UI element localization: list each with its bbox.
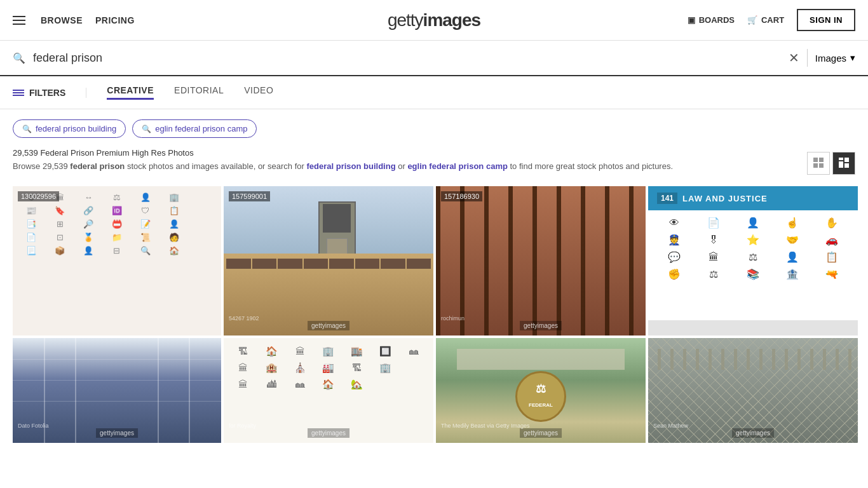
results-count-num: 29,539 [13, 148, 38, 158]
logo-text-part1: getty [388, 10, 423, 30]
image-card-5[interactable]: gettyimages Dato Fotolia [13, 338, 221, 443]
law-icon-9: 🤝 [775, 234, 810, 246]
getty-watermark-8: gettyimages [732, 428, 774, 438]
image-type-label: Images [815, 53, 846, 64]
tab-creative[interactable]: CREATIVE [107, 85, 154, 100]
link-federal-prison-building[interactable]: federal prison building [306, 161, 395, 171]
getty-watermark-3: gettyimages [520, 321, 562, 330]
results-count: 29,539 Federal Prison Premium High Res P… [13, 148, 673, 158]
svg-rect-4 [839, 158, 843, 160]
search-divider [807, 49, 808, 67]
sign-in-button[interactable]: SIGN IN [797, 9, 855, 31]
svg-rect-1 [819, 158, 824, 162]
chevron-down-icon: ▾ [850, 52, 855, 64]
boards-link[interactable]: ▣ BOARDS [688, 15, 735, 25]
source-badge-7: The Medily Beast via Getty Images [441, 423, 530, 429]
cart-label: CART [761, 15, 784, 25]
mosaic-view-icon [839, 158, 849, 170]
getty-watermark-7: gettyimages [520, 428, 562, 438]
getty-watermark-5: gettyimages [96, 428, 138, 438]
search-icon: 🔍 [13, 52, 25, 64]
suggestion-chip-2[interactable]: 🔍 eglin federal prison camp [132, 119, 257, 138]
filters-label: FILTERS [29, 88, 65, 98]
results-header: 29,539 Federal Prison Premium High Res P… [13, 148, 855, 179]
clear-search-button[interactable]: ✕ [789, 50, 799, 65]
image-badge-2: 157599001 [229, 191, 270, 201]
browse-link[interactable]: BROWSE [41, 15, 83, 25]
law-icon-11: 💬 [657, 251, 691, 263]
logo-text-part2: images [423, 10, 481, 30]
image-type-selector[interactable]: Images ▾ [815, 52, 855, 64]
link-eglin-federal-prison-camp[interactable]: eglin federal prison camp [407, 161, 508, 171]
svg-rect-3 [819, 163, 824, 168]
law-card-number: 141 [657, 193, 677, 204]
image-card-6[interactable]: 🏗 🏠 🏛 🏢 🏬 🔲 🏘 🏛 🏨 ⛪ 🏭 🏗 🏢 [224, 338, 433, 443]
grid-view-button[interactable] [807, 152, 830, 175]
law-icons-grid: 👁 📄 👤 ☝ ✋ 👮 🎖 ⭐ 🤝 🚗 💬 🏛 ⚖ 👤 📋 ✊ ⚖ 📚 🏦 [648, 210, 858, 287]
image-card-3[interactable]: gettyimages rochimun 157186930 [436, 186, 646, 336]
cart-icon: 🛒 [747, 15, 757, 25]
boards-label: BOARDS [699, 15, 735, 25]
source-badge-5: Dato Fotolia [18, 423, 49, 429]
search-chip-icon-1: 🔍 [22, 125, 32, 133]
law-icon-20: 🔫 [815, 268, 849, 280]
grid-view-icon [813, 158, 824, 170]
tab-video[interactable]: VIDEO [244, 85, 273, 100]
site-logo[interactable]: gettyimages [388, 10, 480, 30]
law-icon-6: 👮 [657, 234, 691, 246]
suggestion-chip-1[interactable]: 🔍 federal prison building [13, 119, 126, 138]
search-bar: 🔍 ✕ Images ▾ [0, 41, 868, 76]
law-card-title: LAW AND JUSTICE [682, 194, 768, 203]
search-chip-icon-2: 🔍 [142, 125, 151, 133]
tab-editorial[interactable]: EDITORIAL [174, 85, 224, 100]
svg-rect-5 [844, 158, 849, 162]
image-row-2: gettyimages Dato Fotolia 🏗 🏠 🏛 🏢 🏬 🔲 🏘 🏛 [13, 338, 855, 443]
law-icon-16: ✊ [657, 268, 691, 280]
header: BROWSE PRICING gettyimages ▣ BOARDS 🛒 CA… [0, 0, 868, 41]
image-card-8[interactable]: gettyimages Sean Mathew [648, 338, 858, 443]
image-card-7[interactable]: ⚖FEDERAL gettyimages The Medily Beast vi… [436, 338, 646, 443]
law-icon-5: ✋ [815, 217, 849, 229]
image-card-4[interactable]: 141 LAW AND JUSTICE 👁 📄 👤 ☝ ✋ 👮 🎖 ⭐ 🤝 🚗 … [648, 186, 858, 336]
filters-button[interactable]: FILTERS [13, 88, 86, 98]
header-left: BROWSE PRICING [13, 15, 135, 25]
law-icon-7: 🎖 [696, 234, 731, 246]
filter-icon [13, 88, 24, 97]
view-toggle [807, 152, 855, 175]
search-input[interactable] [33, 51, 789, 65]
law-icon-1: 👁 [657, 217, 691, 229]
filter-bar: FILTERS CREATIVE EDITORIAL VIDEO [0, 76, 868, 109]
hamburger-menu[interactable] [13, 16, 25, 25]
law-icon-3: 👤 [736, 217, 770, 229]
image-badge-3: 157186930 [441, 191, 482, 201]
law-icon-8: ⭐ [736, 234, 770, 246]
getty-watermark-2: gettyimages [308, 321, 349, 330]
svg-rect-2 [813, 163, 818, 168]
image-card-1[interactable]: ⊙ 🏛 ↔ ⚖ 👤 🏢 📰 🔖 🔗 🆔 🛡 📋 📑 [13, 186, 221, 336]
suggestion-label-2: eglin federal prison camp [155, 124, 247, 133]
svg-rect-6 [839, 161, 843, 168]
results-bold: federal prison [70, 161, 125, 171]
cart-link[interactable]: 🛒 CART [747, 15, 784, 25]
mosaic-view-button[interactable] [832, 152, 855, 175]
law-icon-12: 🏛 [696, 251, 731, 263]
main-content: 🔍 federal prison building 🔍 eglin federa… [0, 109, 868, 443]
image-row-1: ⊙ 🏛 ↔ ⚖ 👤 🏢 📰 🔖 🔗 🆔 🛡 📋 📑 [13, 186, 855, 336]
law-icon-10: 🚗 [815, 234, 849, 246]
results-description: Browse 29,539 federal prison stock photo… [13, 161, 673, 171]
source-badge-6: for Royalty [229, 423, 256, 429]
law-icon-13: ⚖ [736, 251, 770, 263]
law-card-header: 141 LAW AND JUSTICE [648, 186, 858, 210]
image-card-2[interactable]: gettyimages 54267 1902 157599001 [224, 186, 433, 336]
pricing-link[interactable]: PRICING [95, 15, 135, 25]
law-icon-2: 📄 [696, 217, 731, 229]
results-count-label: Federal Prison Premium High Res Photos [40, 148, 193, 158]
boards-icon: ▣ [688, 15, 695, 25]
header-right: ▣ BOARDS 🛒 CART SIGN IN [688, 9, 855, 31]
svg-rect-0 [813, 158, 818, 162]
source-badge-3: rochimun [441, 315, 465, 322]
image-badge-1: 130029596 [18, 191, 59, 201]
filter-tabs: CREATIVE EDITORIAL VIDEO [107, 85, 273, 100]
law-icon-18: 📚 [736, 268, 770, 280]
results-info-wrap: 29,539 Federal Prison Premium High Res P… [13, 148, 673, 179]
